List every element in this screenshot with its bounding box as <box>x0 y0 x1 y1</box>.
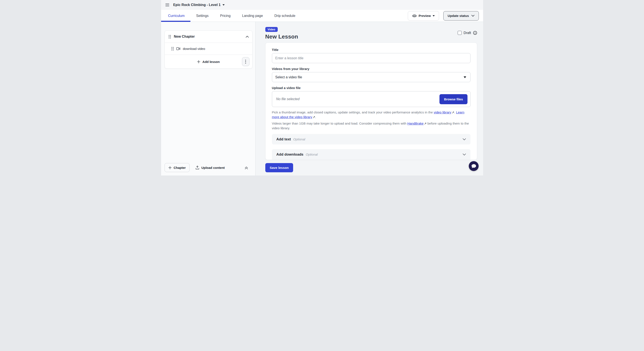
lesson-head: Video New Lesson Draft <box>265 27 477 40</box>
chapter-title: New Chapter <box>174 35 195 38</box>
chapter-options-kebab-button[interactable] <box>242 57 250 66</box>
tabbar: Curriculum Settings Pricing Landing page… <box>161 10 483 22</box>
lesson-type-badge: Video <box>265 27 278 32</box>
upload-dropzone[interactable]: No file selected Browse files <box>272 91 470 107</box>
tabs: Curriculum Settings Pricing Landing page… <box>161 10 301 22</box>
add-lesson-row: Add lesson <box>165 55 252 68</box>
lesson-title: download video <box>183 47 205 50</box>
plus-icon <box>197 60 200 63</box>
video-library-field: Videos from your library Select a video … <box>272 67 470 82</box>
chapter-card: New Chapter download video <box>164 30 252 69</box>
drag-handle-icon[interactable] <box>168 35 171 38</box>
help-text-segment: Pick a thumbnail image, add closed capti… <box>272 110 434 114</box>
tab-pricing[interactable]: Pricing <box>214 10 236 22</box>
video-file-select-value: Select a video file <box>275 75 302 79</box>
lesson-head-left: Video New Lesson <box>265 27 298 40</box>
chat-widget-button[interactable] <box>469 161 478 171</box>
plus-icon <box>168 166 172 169</box>
sidebar-footer: Chapter Upload content <box>164 160 252 172</box>
video-camera-icon <box>176 47 180 50</box>
drag-handle-icon[interactable] <box>172 47 174 50</box>
curriculum-sidebar: New Chapter download video <box>161 22 256 176</box>
upload-field-label: Upload a video file <box>272 86 470 90</box>
title-field: Title <box>272 48 470 63</box>
tab-curriculum[interactable]: Curriculum <box>161 10 190 22</box>
add-downloads-label: Add downloads <box>276 152 304 157</box>
body-layout: New Chapter download video <box>161 22 483 176</box>
optional-label: Optional <box>293 138 305 141</box>
tabbar-actions: Preview Update status <box>408 10 479 22</box>
save-lesson-button[interactable]: Save lesson <box>265 163 293 172</box>
lesson-title-input[interactable] <box>272 53 470 63</box>
preview-button-label: Preview <box>419 14 431 18</box>
select-caret-icon <box>464 76 466 78</box>
chat-bubble-icon <box>471 164 476 169</box>
add-text-label: Add text <box>276 137 291 142</box>
hamburger-menu-icon[interactable] <box>164 2 170 8</box>
eye-icon <box>412 14 417 18</box>
video-file-select[interactable]: Select a video file <box>272 72 470 82</box>
file-size-help-text: Videos larger than 1GB may take longer t… <box>272 121 470 130</box>
course-builder-app: Epic Rock Climbing - Level 1 Curriculum … <box>161 0 483 176</box>
chapter-header[interactable]: New Chapter <box>165 30 252 42</box>
chevron-down-icon <box>471 15 474 17</box>
upload-icon <box>196 166 199 170</box>
draft-row: Draft <box>458 31 477 35</box>
update-status-button[interactable]: Update status <box>443 11 478 20</box>
help-text-segment: . <box>315 115 316 119</box>
info-icon[interactable] <box>473 31 477 35</box>
add-lesson-label: Add lesson <box>202 60 220 64</box>
chevron-down-icon <box>462 138 466 140</box>
video-library-help-text: Pick a thumbnail image, add closed capti… <box>272 110 470 120</box>
preview-button[interactable]: Preview <box>408 11 439 20</box>
lesson-row[interactable]: download video <box>165 43 252 54</box>
browse-files-button[interactable]: Browse files <box>440 94 467 104</box>
collapse-all-icon[interactable] <box>244 166 250 170</box>
upload-content-button[interactable]: Upload content <box>196 166 225 170</box>
upload-content-label: Upload content <box>201 166 225 170</box>
main-content: Video New Lesson Draft Title Vide <box>256 22 483 176</box>
lesson-form-card: Title Videos from your library Select a … <box>265 42 477 160</box>
upload-field: Upload a video file No file selected Bro… <box>272 86 470 107</box>
external-link-icon: ↗ <box>452 110 454 115</box>
add-text-accordion[interactable]: Add text Optional <box>272 134 470 144</box>
draft-label: Draft <box>464 31 471 35</box>
course-switcher[interactable]: Epic Rock Climbing - Level 1 <box>173 3 225 7</box>
caret-down-icon <box>432 15 435 16</box>
page-title: New Lesson <box>265 34 298 40</box>
add-lesson-button[interactable]: Add lesson <box>197 60 220 64</box>
title-field-label: Title <box>272 48 470 52</box>
course-title: Epic Rock Climbing - Level 1 <box>173 3 221 7</box>
help-text-segment: . <box>454 110 456 114</box>
tab-drip-schedule[interactable]: Drip schedule <box>269 10 301 22</box>
add-downloads-accordion[interactable]: Add downloads Optional <box>272 149 470 160</box>
optional-label: Optional <box>306 152 318 156</box>
topbar: Epic Rock Climbing - Level 1 <box>161 0 483 10</box>
video-library-link[interactable]: video library <box>434 110 451 114</box>
chevron-up-icon[interactable] <box>246 36 249 38</box>
draft-checkbox[interactable] <box>458 31 462 35</box>
add-chapter-label: Chapter <box>174 166 186 170</box>
video-library-label: Videos from your library <box>272 67 470 71</box>
tab-landing-page[interactable]: Landing page <box>236 10 269 22</box>
help-text-segment: Videos larger than 1GB may take longer t… <box>272 122 407 125</box>
tab-settings[interactable]: Settings <box>190 10 214 22</box>
add-chapter-button[interactable]: Chapter <box>164 163 190 172</box>
update-status-button-label: Update status <box>448 14 469 18</box>
chevron-down-icon <box>462 154 466 156</box>
external-link-icon: ↗ <box>424 121 426 126</box>
no-file-text: No file selected <box>276 97 300 101</box>
handbrake-link[interactable]: HandBrake <box>407 122 424 125</box>
external-link-icon: ↗ <box>312 115 315 120</box>
caret-down-icon <box>222 4 225 6</box>
